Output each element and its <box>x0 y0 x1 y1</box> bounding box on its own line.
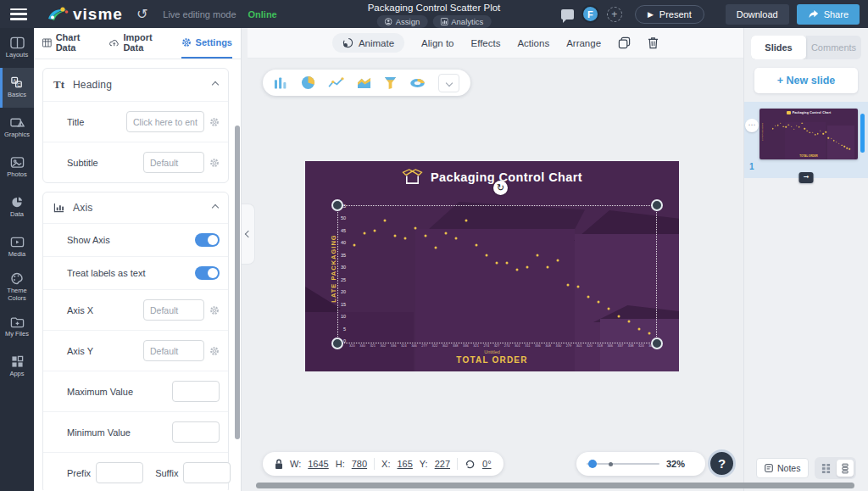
axis-y-input[interactable] <box>143 340 204 361</box>
zoom-value: 32% <box>666 459 685 469</box>
selection-handle-top-left[interactable] <box>331 199 343 211</box>
panel-scrollbar[interactable] <box>235 126 240 439</box>
animate-button[interactable]: Animate <box>332 33 404 53</box>
selection-handle-bottom-right[interactable] <box>651 338 663 349</box>
sidebar-item-my-files[interactable]: My Files <box>0 307 34 347</box>
more-chart-types-button[interactable] <box>438 74 459 92</box>
new-slide-button[interactable]: + New slide <box>754 68 858 93</box>
comment-icon[interactable] <box>561 9 574 20</box>
zoom-slider[interactable] <box>587 463 659 465</box>
funnel-chart-type-icon[interactable] <box>384 76 397 90</box>
show-axis-toggle[interactable] <box>195 233 220 247</box>
scatter-point <box>798 126 800 128</box>
donut-chart-type-icon[interactable] <box>409 78 426 88</box>
subtitle-row: Subtitle <box>43 142 228 182</box>
scatter-point <box>820 131 821 132</box>
x-value[interactable]: 165 <box>398 459 413 469</box>
lock-icon[interactable] <box>275 459 283 470</box>
undo-icon[interactable]: ↺ <box>136 6 147 22</box>
pie-chart-type-icon[interactable] <box>301 75 315 90</box>
min-value-input[interactable] <box>172 421 220 443</box>
max-value-input[interactable] <box>172 381 220 402</box>
subtitle-gear-icon[interactable] <box>209 158 220 168</box>
scatter-point <box>843 146 845 148</box>
tab-import-data[interactable]: Import Data <box>109 28 170 59</box>
x-tick-label: 279 <box>566 343 572 348</box>
scatter-point <box>807 131 809 132</box>
sidebar-item-theme-colors[interactable]: Theme Colors <box>0 267 34 307</box>
slide-options-button[interactable]: ⋯ <box>745 119 759 132</box>
sidebar-item-media[interactable]: Media <box>0 227 34 267</box>
list-view-button[interactable] <box>837 460 854 477</box>
y-value[interactable]: 227 <box>435 459 450 469</box>
visme-logo[interactable]: visme <box>47 5 123 24</box>
axis-x-input[interactable] <box>143 299 204 321</box>
title-gear-icon[interactable] <box>209 117 220 127</box>
chart-canvas[interactable]: Packaging Control Chart ↻ LATE PACKAGING… <box>305 161 679 371</box>
area-chart-type-icon[interactable] <box>357 76 371 89</box>
hamburger-menu-icon[interactable] <box>10 8 27 20</box>
scatter-point <box>812 132 814 134</box>
tab-settings[interactable]: Settings <box>181 28 232 59</box>
suffix-input[interactable] <box>183 462 231 483</box>
rotation-value[interactable]: 0° <box>482 459 492 469</box>
tab-chart-data[interactable]: Chart Data <box>42 28 97 59</box>
selection-handle-top-right[interactable] <box>651 199 663 211</box>
axis-section-header[interactable]: Axis <box>43 192 228 223</box>
bar-chart-type-icon[interactable] <box>274 76 288 90</box>
sidebar-item-graphics[interactable]: Graphics <box>0 108 34 148</box>
axis-y-gear-icon[interactable] <box>209 346 220 356</box>
effects-button[interactable]: Effects <box>470 38 500 48</box>
title-input[interactable] <box>126 111 204 132</box>
arrange-button[interactable]: Arrange <box>566 38 601 48</box>
avatar[interactable]: F <box>581 5 599 23</box>
chevron-up-icon <box>212 204 219 211</box>
sidebar-item-basics[interactable]: AC Basics <box>0 68 34 108</box>
share-button[interactable]: Share <box>797 4 860 25</box>
panel-collapse-button[interactable] <box>242 204 255 265</box>
axis-x-gear-icon[interactable] <box>209 305 220 315</box>
grid-view-button[interactable] <box>817 460 834 477</box>
download-button[interactable]: Download <box>726 4 789 25</box>
present-button[interactable]: ▶ Present <box>635 5 704 24</box>
slide-enter-icon[interactable]: ➞ <box>799 172 814 183</box>
treat-labels-toggle[interactable] <box>195 266 220 280</box>
selection-handle-bottom-left[interactable] <box>331 338 343 349</box>
height-value[interactable]: 780 <box>352 459 367 469</box>
slides-panel-tabs: Slides Comments <box>751 36 861 59</box>
line-chart-type-icon[interactable] <box>328 77 344 89</box>
analytics-button[interactable]: Analytics <box>432 15 491 28</box>
selection-rectangle <box>337 205 657 343</box>
sidebar-item-apps[interactable]: Apps <box>0 347 34 387</box>
align-to-button[interactable]: Align to <box>421 38 453 48</box>
topbar-left: visme ↺ Live editing mode Online <box>0 5 277 24</box>
duplicate-icon[interactable] <box>618 36 631 49</box>
trash-icon[interactable] <box>648 36 659 49</box>
x-tick-label: 346 <box>411 343 417 348</box>
help-button[interactable]: ? <box>708 449 736 477</box>
assign-button[interactable]: Assign <box>377 15 428 28</box>
width-value[interactable]: 1645 <box>308 459 328 469</box>
sidebar-item-data[interactable]: Data <box>0 187 34 227</box>
prefix-input[interactable] <box>96 462 143 483</box>
rotate-cursor-icon[interactable]: ↻ <box>493 181 508 195</box>
add-collaborator-button[interactable]: + <box>607 7 622 22</box>
x-tick-label: 277 <box>421 343 427 348</box>
scatter-point <box>772 128 774 130</box>
zoom-slider-knob[interactable] <box>588 460 597 468</box>
x-tick-label: 320 <box>587 343 593 348</box>
actions-button[interactable]: Actions <box>517 38 549 48</box>
sidebar-item-photos[interactable]: Photos <box>0 148 34 187</box>
heading-section-header[interactable]: Tt Heading <box>43 69 228 101</box>
x-tick-label: 301 <box>515 343 520 348</box>
horizontal-scrollbar[interactable] <box>256 483 854 488</box>
rotation-icon <box>465 459 476 470</box>
document-title[interactable]: Packaging Control Scatter Plot <box>368 3 501 13</box>
tab-comments[interactable]: Comments <box>806 36 861 59</box>
subtitle-input[interactable] <box>143 152 204 173</box>
slide-list-item[interactable]: ⋯ Packaging Control Chart LATE PACKAGING… <box>744 102 868 178</box>
notes-button[interactable]: Notes <box>756 458 809 478</box>
sidebar-item-layouts[interactable]: Layouts <box>0 28 34 68</box>
slide-thumbnail[interactable]: Packaging Control Chart LATE PACKAGING T… <box>760 109 858 159</box>
tab-slides[interactable]: Slides <box>751 36 806 59</box>
